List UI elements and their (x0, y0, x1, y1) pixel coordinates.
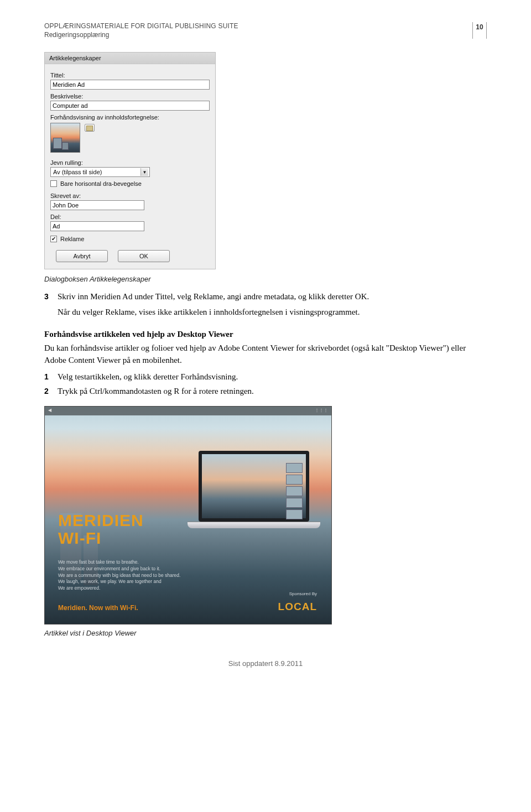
ad-cta: Meridien. Now with Wi-Fi. (58, 604, 138, 612)
desktop-viewer-preview: ◀ ⋮⋮⋮ MERIDIEN WI-FI We move fast but ta… (44, 406, 332, 624)
section-label: Del: (50, 214, 210, 220)
toc-preview-label: Forhåndsvisning av innholdsfortegnelse: (50, 114, 210, 121)
advertisement-label: Reklame (60, 236, 84, 242)
title-input[interactable] (50, 80, 210, 90)
step-2-text: Trykk på Ctrl/kommandotasten og R for å … (58, 386, 487, 398)
smooth-scroll-select[interactable]: Av (tilpass til side) ▼ (50, 167, 150, 177)
title-label: Tittel: (50, 72, 210, 79)
step-3-number: 3 (44, 291, 52, 303)
advertisement-checkbox[interactable]: ✔ (50, 236, 57, 242)
smooth-scroll-label: Jevn rulling: (50, 159, 210, 166)
description-label: Beskrivelse: (50, 93, 210, 100)
horizontal-only-label: Bare horisontal dra-bevegelse (60, 180, 142, 187)
section-heading: Forhåndsvise artikkelen ved hjelp av Des… (44, 329, 487, 341)
ad-tagline: We move fast but take time to breathe. W… (58, 559, 248, 592)
cancel-button[interactable]: Avbryt (56, 250, 108, 262)
toc-thumbnail[interactable] (50, 123, 80, 153)
section-body: Du kan forhåndsvise artikler og folioer … (44, 342, 487, 367)
last-updated: Sist oppdatert 8.9.2011 (44, 659, 487, 668)
author-label: Skrevet av: (50, 192, 210, 199)
horizontal-only-checkbox[interactable] (50, 180, 57, 187)
chevron-down-icon: ▼ (140, 168, 148, 176)
step-3-text: Skriv inn Meridien Ad under Tittel, velg… (58, 291, 487, 303)
step-3-followup: Når du velger Reklame, vises ikke artikk… (58, 306, 487, 319)
page-number: 10 (472, 22, 487, 39)
ad-sponsor-label: Sponsored By (289, 591, 317, 596)
author-input[interactable] (50, 200, 144, 210)
smooth-scroll-value: Av (tilpass til side) (53, 169, 102, 175)
dialog-title: Artikkelegenskaper (45, 53, 215, 64)
browse-folder-icon[interactable] (85, 124, 95, 132)
description-input[interactable] (50, 101, 210, 111)
article-properties-dialog: Artikkelegenskaper Tittel: Beskrivelse: … (44, 52, 216, 269)
ad-sponsor-logo: LOCAL (278, 601, 317, 613)
ok-button[interactable]: OK (118, 250, 170, 262)
step-2-number: 2 (44, 386, 52, 398)
header-title: OPPLÆRINGSMATERIALE FOR DIGITAL PUBLISHI… (44, 22, 468, 30)
laptop-graphic (199, 451, 309, 528)
viewer-top-bar: ◀ ⋮⋮⋮ (45, 407, 331, 415)
step-1-number: 1 (44, 371, 52, 383)
ad-headline: MERIDIEN WI-FI (58, 512, 144, 546)
section-input[interactable] (50, 221, 144, 231)
figure-caption-2: Artikkel vist i Desktop Viewer (44, 629, 487, 637)
viewer-menu-icon: ⋮⋮⋮ (315, 408, 328, 413)
header-subtitle: Redigeringsopplæring (44, 31, 468, 39)
figure-caption-1: Dialogboksen Artikkelegenskaper (44, 275, 487, 283)
viewer-back-icon: ◀ (48, 408, 51, 413)
page-header: OPPLÆRINGSMATERIALE FOR DIGITAL PUBLISHI… (44, 22, 487, 39)
step-1-text: Velg testartikkelen, og klikk deretter F… (58, 371, 487, 383)
